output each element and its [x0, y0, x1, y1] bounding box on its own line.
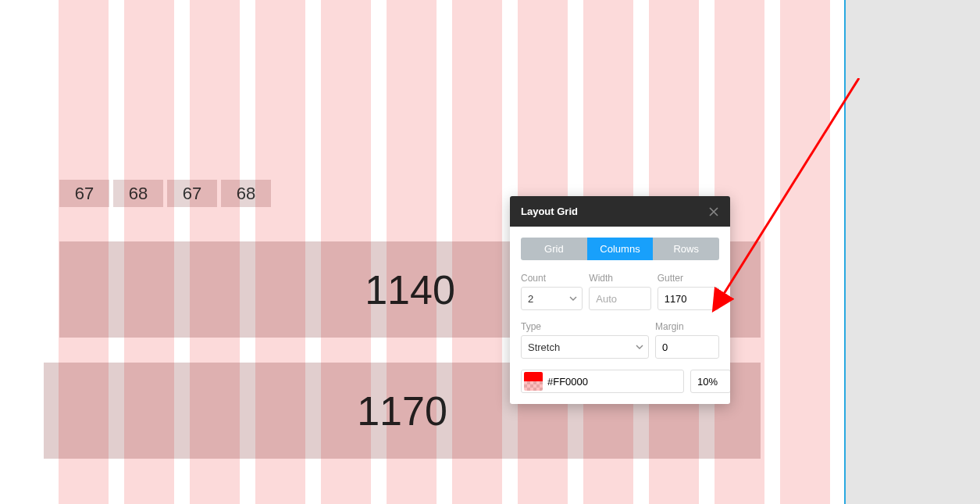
- color-hex-input[interactable]: [543, 376, 683, 388]
- grid-column: [780, 0, 830, 504]
- measurement-box: 67: [59, 180, 109, 207]
- layout-grid-panel: Layout Grid Grid Columns Rows Count 2 Wi…: [510, 196, 730, 404]
- close-icon[interactable]: [708, 206, 719, 217]
- width-input[interactable]: [590, 288, 650, 309]
- gutter-input[interactable]: [658, 288, 718, 309]
- margin-input-wrap: [655, 335, 719, 359]
- margin-label: Margin: [655, 321, 719, 332]
- measurement-box: 68: [113, 180, 163, 207]
- measurement-box: 67: [167, 180, 217, 207]
- count-dropdown[interactable]: 2: [521, 287, 583, 310]
- width-input-wrap: [589, 287, 650, 310]
- measurement-label: 1140: [365, 266, 455, 313]
- gutter-label: Gutter: [657, 273, 719, 284]
- measurement-label: 1170: [357, 388, 447, 434]
- tab-columns[interactable]: Columns: [587, 238, 654, 260]
- type-dropdown[interactable]: Stretch: [521, 335, 649, 359]
- panel-title: Layout Grid: [521, 206, 578, 217]
- measurement-boxes-row: 67686768: [59, 180, 271, 207]
- gutter-input-wrap: [657, 287, 719, 310]
- panel-header[interactable]: Layout Grid: [510, 196, 730, 227]
- count-label: Count: [521, 273, 583, 284]
- chevron-down-icon: [569, 295, 577, 302]
- chevron-down-icon: [636, 343, 643, 351]
- count-value: 2: [528, 293, 533, 305]
- tab-grid[interactable]: Grid: [521, 238, 587, 260]
- opacity-input[interactable]: [690, 370, 730, 393]
- type-value: Stretch: [528, 341, 560, 353]
- tab-rows[interactable]: Rows: [653, 238, 719, 260]
- margin-input[interactable]: [656, 336, 718, 358]
- width-label: Width: [589, 273, 650, 284]
- grid-type-tabs: Grid Columns Rows: [521, 238, 719, 260]
- type-label: Type: [521, 321, 649, 332]
- color-swatch[interactable]: [524, 372, 543, 391]
- grid-color-control: [521, 370, 684, 393]
- measurement-box: 68: [221, 180, 271, 207]
